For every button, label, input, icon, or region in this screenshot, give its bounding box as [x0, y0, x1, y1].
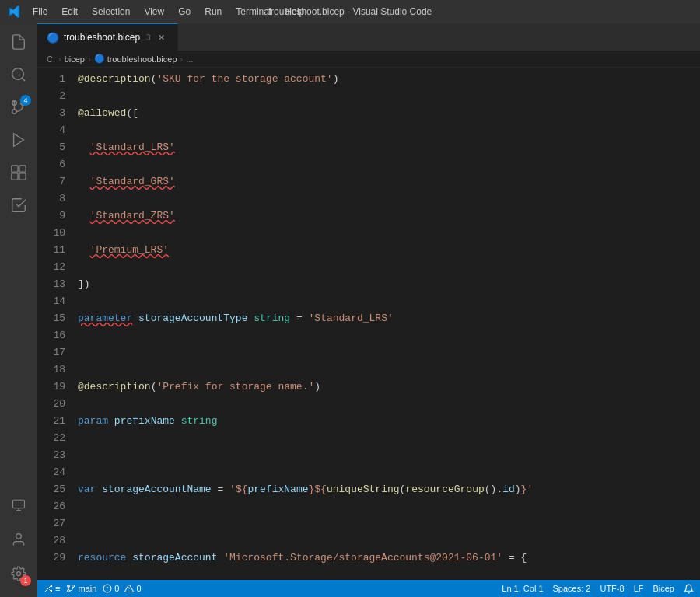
code-line-6: 'Premium_LRS'	[78, 242, 700, 259]
remote-icon[interactable]	[3, 490, 34, 521]
line-col-status[interactable]: Ln 1, Col 1	[502, 584, 543, 594]
code-line-12	[78, 447, 700, 464]
svg-rect-9	[12, 173, 18, 180]
titlebar: File Edit Selection View Go Run Terminal…	[0, 0, 700, 23]
source-control-icon[interactable]: 4	[3, 92, 34, 123]
svg-rect-8	[19, 166, 26, 172]
code-line-11: param prefixName string	[78, 413, 700, 430]
vscode-icon	[8, 5, 22, 19]
code-line-15: resource storageAccount 'Microsoft.Stora…	[78, 550, 700, 567]
menu-view[interactable]: View	[138, 5, 170, 19]
menu-go[interactable]: Go	[172, 5, 197, 19]
svg-point-0	[12, 68, 24, 80]
extensions-icon[interactable]	[3, 157, 34, 188]
errors-count: 0	[114, 584, 119, 593]
tab-close-button[interactable]: ✕	[156, 31, 168, 44]
settings-icon[interactable]: 1	[3, 558, 34, 589]
tab-label: troubleshoot.bicep	[64, 32, 140, 43]
svg-rect-7	[12, 166, 18, 172]
search-icon[interactable]	[3, 59, 34, 90]
test-icon[interactable]	[3, 190, 34, 221]
activity-bar: 4	[0, 23, 37, 597]
code-line-3: 'Standard_LRS'	[78, 139, 700, 156]
line-numbers: 12345 678910 1112131415 1617181920 21222…	[37, 68, 72, 580]
code-line-10: @description('Prefix for storage name.')	[78, 379, 700, 396]
remote-status[interactable]: ≡	[44, 584, 60, 593]
svg-line-1	[22, 78, 25, 81]
breadcrumb: C: › bicep › 🔵 troubleshoot.bicep › ...	[37, 51, 700, 68]
branch-status[interactable]: main	[66, 584, 96, 593]
menu-file[interactable]: File	[26, 5, 54, 19]
source-control-badge: 4	[20, 95, 31, 106]
code-container[interactable]: 12345 678910 1112131415 1617181920 21222…	[37, 68, 700, 580]
encoding-status[interactable]: UTF-8	[600, 584, 624, 594]
run-debug-icon[interactable]	[3, 124, 34, 155]
tab-bar: 🔵 troubleshoot.bicep 3 ✕	[37, 23, 700, 51]
main-layout: 4	[0, 23, 700, 597]
status-bar: ≡ main 0 0 Ln 1, Col 1 Spaces: 2 UTF-8 L…	[37, 580, 700, 597]
svg-rect-11	[13, 500, 25, 508]
account-icon[interactable]	[3, 524, 34, 555]
code-line-5: 'Standard_ZRS'	[78, 208, 700, 225]
files-icon[interactable]	[3, 26, 34, 58]
eol-status[interactable]: LF	[634, 584, 644, 594]
status-right: Ln 1, Col 1 Spaces: 2 UTF-8 LF Bicep	[502, 584, 694, 594]
code-line-14	[78, 515, 700, 532]
settings-badge: 1	[20, 575, 31, 586]
breadcrumb-file[interactable]: 🔵 troubleshoot.bicep	[94, 54, 177, 64]
warnings-count: 0	[136, 584, 141, 593]
language-status[interactable]: Bicep	[653, 584, 674, 594]
activity-bar-bottom: 1	[3, 490, 34, 597]
code-line-8: parameter storageAccountType string = 'S…	[78, 310, 700, 327]
tab-modified-indicator: 3	[146, 33, 151, 42]
code-line-4: 'Standard_GRS'	[78, 173, 700, 190]
tab-troubleshoot-bicep[interactable]: 🔵 troubleshoot.bicep 3 ✕	[37, 23, 178, 51]
svg-marker-6	[14, 134, 24, 147]
window-title: troubleshoot.bicep - Visual Studio Code	[268, 6, 432, 17]
bicep-file-icon: 🔵	[47, 32, 59, 44]
menu-edit[interactable]: Edit	[55, 5, 84, 19]
spaces-status[interactable]: Spaces: 2	[553, 584, 591, 594]
menu-selection[interactable]: Selection	[86, 5, 136, 19]
code-line-7: ])	[78, 276, 700, 293]
svg-point-14	[16, 534, 22, 539]
code-line-1: @description('SKU for the storage accoun…	[78, 71, 700, 88]
menu-run[interactable]: Run	[198, 5, 228, 19]
svg-point-15	[17, 572, 21, 576]
svg-point-19	[72, 585, 75, 588]
svg-rect-10	[19, 173, 26, 180]
breadcrumb-drive[interactable]: C:	[47, 54, 55, 64]
breadcrumb-ellipsis: ...	[186, 54, 193, 64]
svg-point-20	[68, 590, 70, 592]
notifications-icon[interactable]	[684, 584, 694, 594]
remote-text: ≡	[55, 584, 60, 593]
editor-area: 🔵 troubleshoot.bicep 3 ✕ C: › bicep › 🔵 …	[37, 23, 700, 597]
code-line-9	[78, 344, 700, 361]
code-line-13: var storageAccountName = '${prefixName}$…	[78, 481, 700, 498]
code-line-2: @allowed([	[78, 105, 700, 122]
code-editor[interactable]: @description('SKU for the storage accoun…	[72, 68, 700, 580]
breadcrumb-folder[interactable]: bicep	[65, 54, 85, 64]
branch-name: main	[78, 584, 96, 593]
errors-status[interactable]: 0 0	[103, 584, 141, 593]
svg-point-4	[12, 110, 17, 114]
